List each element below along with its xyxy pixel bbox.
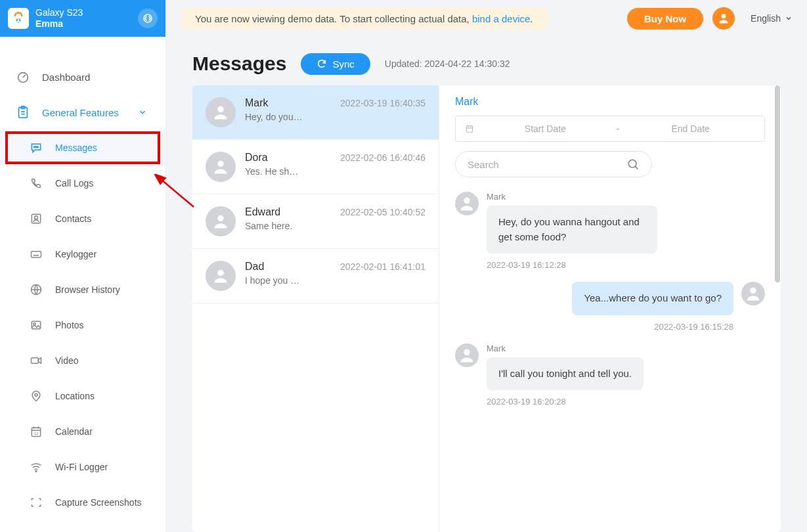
date-range-picker[interactable]: Start Date - End Date (455, 116, 765, 142)
phone-icon (29, 176, 43, 190)
topbar: You are now viewing demo data. To start … (166, 0, 807, 37)
globe-icon (29, 282, 43, 297)
avatar (455, 344, 479, 367)
nav-label: Keylogger (55, 249, 97, 259)
nav-label: Messages (55, 143, 97, 153)
nav-contacts[interactable]: Contacts (0, 201, 165, 236)
clipboard-icon (16, 105, 30, 120)
nav-label: Contacts (55, 213, 91, 224)
chat-body[interactable]: Mark Hey, do you wanna hangout and get s… (439, 185, 781, 532)
device-model: Galaxy S23 (35, 7, 138, 18)
nav-keylogger[interactable]: Keylogger (0, 236, 165, 272)
screenshot-icon (29, 495, 43, 510)
nav-dashboard[interactable]: Dashboard (0, 59, 165, 95)
keyboard-icon (29, 247, 43, 261)
conversation-item[interactable]: Mark 2022-03-19 16:40:35 Hey, do you… (192, 85, 439, 140)
chat-pane: Mark Start Date - End Date Mark Hey, do … (439, 85, 781, 532)
banner-text: You are now viewing demo data. To start … (195, 13, 472, 24)
buy-now-button[interactable]: Buy Now (627, 8, 703, 30)
device-user: Emma (35, 18, 138, 30)
svg-point-3 (18, 73, 28, 83)
page-head: Messages Sync Updated: 2024-04-22 14:30:… (166, 37, 807, 85)
search-input[interactable] (468, 159, 626, 170)
nav-general-features[interactable]: General Features (0, 95, 165, 130)
conversation-list[interactable]: Mark 2022-03-19 16:40:35 Hey, do you… Do… (192, 85, 439, 532)
svg-point-27 (464, 198, 469, 204)
search-icon (626, 158, 640, 171)
nav-label: Calendar (55, 426, 93, 437)
chat-contact-name: Mark (455, 96, 765, 108)
calendar-icon: 12 (29, 424, 43, 439)
conversation-item[interactable]: Dad 2022-02-01 16:41:01 I hope you … (192, 249, 439, 303)
avatar (206, 97, 236, 127)
nav-label: Video (55, 355, 79, 366)
photo-icon (29, 318, 43, 332)
message-icon (29, 141, 43, 155)
nav-capture-screenshots[interactable]: Capture Screenshots (0, 485, 165, 520)
scrollbar-thumb[interactable] (775, 85, 780, 282)
nav-label: Photos (55, 320, 84, 330)
nav-browser-history[interactable]: Browser History (0, 272, 165, 307)
nav-call-logs[interactable]: Call Logs (0, 166, 165, 201)
conversation-time: 2022-03-19 16:40:35 (340, 98, 425, 108)
nav-locations[interactable]: Locations (0, 378, 165, 414)
profile-button[interactable] (712, 7, 735, 30)
conversation-time: 2022-02-06 16:40:46 (340, 152, 425, 163)
message-sender: Mark (487, 192, 657, 202)
nav-label: Locations (55, 391, 95, 401)
message-group: Yea...where do you want to go? (455, 282, 765, 315)
date-separator: - (617, 123, 620, 134)
app-logo (8, 8, 29, 29)
conversation-item[interactable]: Dora 2022-02-06 16:40:46 Yes. He sh… (192, 140, 439, 194)
main: You are now viewing demo data. To start … (166, 0, 807, 532)
svg-point-19 (35, 471, 37, 472)
conversation-name: Mark (245, 97, 269, 109)
nav-label: General Features (42, 107, 119, 118)
demo-banner: You are now viewing demo data. To start … (181, 8, 548, 30)
conversation-time: 2022-02-05 10:40:52 (340, 207, 425, 217)
nav-video[interactable]: Video (0, 343, 165, 378)
nav-photos[interactable]: Photos (0, 307, 165, 343)
language-selector[interactable]: English (751, 13, 793, 24)
message-sender: Mark (487, 344, 643, 353)
avatar (455, 192, 479, 215)
avatar (206, 152, 236, 182)
svg-point-10 (35, 216, 38, 219)
banner-tail: . (530, 13, 533, 24)
search-box[interactable] (455, 151, 652, 177)
video-icon (29, 353, 43, 368)
page-title: Messages (192, 53, 286, 75)
conversation-preview: Yes. He sh… (245, 166, 425, 177)
svg-rect-15 (32, 358, 39, 363)
chat-head: Mark Start Date - End Date (439, 85, 781, 185)
svg-point-29 (464, 349, 469, 355)
avatar (206, 206, 236, 236)
svg-point-1 (18, 18, 20, 20)
switch-device-button[interactable] (138, 9, 158, 28)
sync-button[interactable]: Sync (301, 53, 370, 75)
nav-label: Capture Screenshots (55, 497, 142, 508)
content: Mark 2022-03-19 16:40:35 Hey, do you… Do… (192, 85, 781, 532)
sidebar: Galaxy S23 Emma Dashboard General Featur… (0, 0, 166, 532)
start-date-placeholder: Start Date (481, 123, 610, 134)
nav-label: Browser History (55, 284, 120, 295)
svg-point-23 (217, 215, 223, 221)
contacts-icon (29, 211, 43, 226)
nav-wifi-logger[interactable]: Wi-Fi Logger (0, 449, 165, 485)
conversation-time: 2022-02-01 16:41:01 (340, 261, 425, 272)
svg-rect-11 (32, 252, 41, 257)
calendar-icon (465, 124, 474, 133)
message-group: Mark I'll call you tonight and tell you. (455, 344, 765, 391)
bind-device-link[interactable]: bind a device (472, 13, 530, 24)
conversation-name: Edward (245, 206, 280, 218)
device-info[interactable]: Galaxy S23 Emma (35, 7, 138, 30)
conversation-item[interactable]: Edward 2022-02-05 10:40:52 Same here. (192, 194, 439, 249)
message-bubble: I'll call you tonight and tell you. (487, 357, 643, 391)
nav-messages[interactable]: Messages (0, 130, 165, 166)
nav-calendar[interactable]: 12 Calendar (0, 414, 165, 449)
svg-point-28 (750, 288, 756, 294)
message-bubble: Hey, do you wanna hangout and get some f… (487, 206, 657, 254)
sync-icon (316, 58, 327, 69)
message-bubble: Yea...where do you want to go? (572, 282, 733, 315)
nav: Dashboard General Features Messages Call… (0, 37, 165, 520)
